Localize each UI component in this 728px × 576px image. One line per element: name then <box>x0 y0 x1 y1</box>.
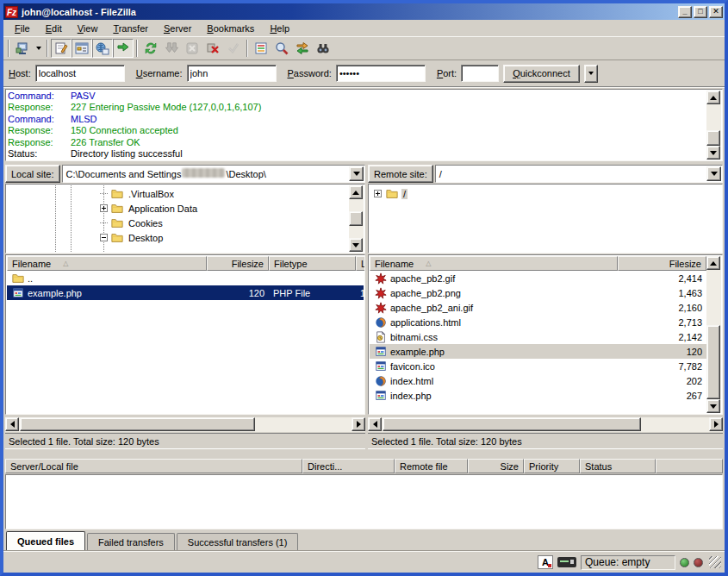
remote-hscroll-thumb[interactable] <box>383 417 641 431</box>
port-input[interactable] <box>461 65 499 82</box>
host-input[interactable] <box>35 65 125 82</box>
menu-edit[interactable]: Edit <box>38 22 70 35</box>
local-hscroll-thumb[interactable] <box>20 417 255 431</box>
remote-file-row[interactable]: applications.html2,713 <box>370 315 706 329</box>
column-header-filesize[interactable]: Filesize <box>207 256 269 271</box>
site-manager-button[interactable] <box>12 39 33 58</box>
local-file-row[interactable]: example.php120PHP File1 <box>7 285 364 300</box>
remote-hscroll-left-icon[interactable] <box>368 417 382 431</box>
local-hscroll-left-icon[interactable] <box>5 417 19 431</box>
toggle-local-tree-button[interactable] <box>72 39 92 58</box>
remote-list-scroll-thumb[interactable] <box>706 325 720 399</box>
toggle-queue-button[interactable] <box>113 39 134 58</box>
local-file-row[interactable]: .. <box>7 271 364 285</box>
directory-comparison-button[interactable] <box>313 39 333 58</box>
remote-list-hscrollbar[interactable] <box>368 417 723 432</box>
queue-column-priority[interactable]: Priority <box>524 459 580 473</box>
expand-icon[interactable] <box>374 190 382 197</box>
menu-help[interactable]: Help <box>262 22 297 35</box>
queue-column-status[interactable]: Status <box>580 459 656 473</box>
send-led-icon <box>694 558 703 567</box>
filezilla-window: Fz john@localhost - FileZilla _ □ ✕ File… <box>0 0 728 576</box>
password-input[interactable] <box>336 65 426 82</box>
site-manager-dropdown[interactable] <box>33 39 44 58</box>
log-scroll-down-icon[interactable] <box>706 146 720 160</box>
local-tree-scroll-up-icon[interactable] <box>349 185 363 199</box>
quickconnect-button[interactable]: Quickconnect <box>503 65 580 83</box>
remote-file-row[interactable]: bitnami.css2,142 <box>370 329 706 344</box>
filename-text: .. <box>28 273 33 284</box>
log-scrollbar[interactable] <box>706 91 721 160</box>
process-queue-button[interactable] <box>161 39 182 58</box>
resize-grip[interactable] <box>709 556 721 568</box>
minimize-button[interactable]: _ <box>678 6 692 18</box>
column-header-filename[interactable]: Filename△ <box>7 256 207 271</box>
queue-column-size[interactable]: Size <box>468 459 524 473</box>
remote-file-header: Filename△Filesize <box>370 256 706 271</box>
file-search-button[interactable] <box>271 39 292 58</box>
local-tree-item[interactable]: Application Data <box>7 201 364 216</box>
tab-failed-transfers[interactable]: Failed transfers <box>87 533 175 550</box>
remote-selection-status: Selected 1 file. Total size: 120 bytes <box>368 433 723 449</box>
local-tree-scrollbar[interactable] <box>349 185 364 252</box>
remote-file-row[interactable]: example.php120 <box>370 344 706 359</box>
column-header-last-modified[interactable]: Last modified <box>356 256 365 271</box>
column-header-filesize[interactable]: Filesize <box>618 256 706 271</box>
queue-column-directi-[interactable]: Directi... <box>302 459 395 473</box>
remote-file-row[interactable]: apache_pb2.png1,463 <box>370 285 706 300</box>
remote-file-row[interactable]: apache_pb2.gif2,414 <box>370 271 706 285</box>
filter-button[interactable] <box>251 39 271 58</box>
menu-file[interactable]: File <box>7 22 38 35</box>
queue-column-filler <box>656 459 723 473</box>
cancel-operation-button[interactable] <box>182 39 202 58</box>
local-tree-item[interactable]: Cookies <box>7 216 364 230</box>
menu-server[interactable]: Server <box>156 22 199 35</box>
local-site-combobox[interactable]: C:\Documents and Settings\Desktop\ <box>62 165 365 183</box>
reconnect-button[interactable] <box>223 39 244 58</box>
local-list-hscrollbar[interactable] <box>5 417 365 432</box>
username-input[interactable] <box>187 65 277 82</box>
collapse-icon[interactable] <box>100 234 108 241</box>
maximize-button[interactable]: □ <box>694 6 707 18</box>
synchronized-browsing-button[interactable] <box>292 39 313 58</box>
local-tree-scroll-down-icon[interactable] <box>349 238 363 252</box>
expand-icon[interactable] <box>100 204 108 212</box>
remote-site-dropdown[interactable] <box>706 166 721 181</box>
remote-file-row[interactable]: favicon.ico7,782 <box>370 359 706 373</box>
close-button[interactable]: ✕ <box>709 6 723 18</box>
queue-column-server-local-file[interactable]: Server/Local file <box>5 459 302 473</box>
remote-hscroll-right-icon[interactable] <box>709 417 723 431</box>
remote-list-scrollbar[interactable] <box>706 256 721 413</box>
toggle-message-log-button[interactable] <box>51 39 72 58</box>
remote-tree-item[interactable]: / <box>370 186 721 201</box>
remote-site-combobox[interactable]: / <box>435 165 723 183</box>
local-tree-item[interactable]: Desktop <box>7 230 364 245</box>
local-hscroll-right-icon[interactable] <box>352 417 365 431</box>
remote-list-scroll-up-icon[interactable] <box>706 256 720 270</box>
disconnect-button[interactable] <box>202 39 223 58</box>
menu-view[interactable]: View <box>70 22 106 35</box>
message-log: Command:PASVResponse:227 Entering Passiv… <box>5 89 723 161</box>
menu-transfer[interactable]: Transfer <box>105 22 156 35</box>
toggle-remote-tree-button[interactable] <box>92 39 113 58</box>
local-tree-scroll-thumb[interactable] <box>349 211 363 226</box>
queue-column-remote-file[interactable]: Remote file <box>395 459 468 473</box>
menu-bookmarks[interactable]: Bookmarks <box>199 22 262 35</box>
remote-file-row[interactable]: index.html202 <box>370 373 706 388</box>
refresh-button[interactable] <box>140 39 161 58</box>
column-header-filename[interactable]: Filename△ <box>370 256 618 271</box>
speedlimit-icon[interactable] <box>557 557 576 567</box>
tab-successful-transfers-1[interactable]: Successful transfers (1) <box>177 533 299 550</box>
toolbar-separator <box>8 40 9 57</box>
local-tree-item[interactable]: .VirtualBox <box>7 186 364 201</box>
log-scroll-up-icon[interactable] <box>706 91 720 104</box>
remote-tree: / <box>368 184 723 254</box>
remote-file-row[interactable]: index.php267 <box>370 388 706 403</box>
quickconnect-dropdown[interactable] <box>584 65 598 83</box>
remote-file-row[interactable]: apache_pb2_ani.gif2,160 <box>370 300 706 315</box>
remote-list-scroll-down-icon[interactable] <box>706 399 720 413</box>
log-scroll-thumb[interactable] <box>706 130 720 146</box>
column-header-filetype[interactable]: Filetype <box>269 256 356 271</box>
local-site-dropdown[interactable] <box>349 166 364 181</box>
tab-queued-files[interactable]: Queued files <box>6 531 85 550</box>
